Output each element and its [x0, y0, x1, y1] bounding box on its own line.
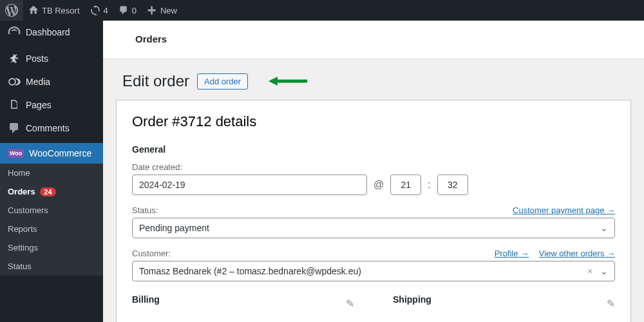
customer-select[interactable]: Tomasz Bednarek (#2 – tomasz.bednarek@wp… [132, 261, 615, 281]
shipping-title: Shipping [393, 294, 431, 305]
chevron-down-icon: ⌄ [600, 266, 608, 276]
view-orders-link[interactable]: View other orders → [539, 249, 615, 258]
pin-icon [8, 52, 21, 65]
sidebar-item-comments[interactable]: Comments [0, 117, 103, 140]
new-label: New [160, 6, 177, 15]
annotation-arrow [269, 75, 314, 88]
chevron-down-icon: ⌄ [600, 223, 608, 233]
page-header: Edit order Add order [103, 59, 644, 100]
orders-count-badge: 24 [40, 187, 55, 196]
payment-page-link[interactable]: Customer payment page → [513, 205, 615, 215]
submenu-home[interactable]: Home [0, 164, 103, 182]
submenu-settings[interactable]: Settings [0, 238, 103, 257]
sidebar-item-dashboard[interactable]: Dashboard [0, 21, 103, 44]
status-select[interactable]: Pending payment ⌄ [132, 218, 615, 238]
order-details-panel: Order #3712 details General Date created… [116, 100, 631, 322]
profile-link[interactable]: Profile → [495, 249, 529, 258]
billing-title: Billing [132, 294, 160, 305]
updates-link[interactable]: 4 [85, 0, 113, 21]
panel-title: Order #3712 details [132, 113, 615, 130]
sidebar-item-posts[interactable]: Posts [0, 47, 103, 70]
status-label: Status: [132, 205, 158, 215]
site-name-link[interactable]: TB Resort [23, 0, 85, 21]
svg-point-0 [9, 79, 15, 85]
date-label: Date created: [132, 162, 615, 172]
date-input[interactable] [132, 175, 367, 195]
add-order-button[interactable]: Add order [197, 73, 248, 90]
submenu-reports[interactable]: Reports [0, 220, 103, 238]
at-symbol: @ [371, 179, 386, 191]
home-icon [28, 5, 39, 15]
sidebar-item-pages[interactable]: Pages [0, 93, 103, 117]
breadcrumb: Orders [103, 21, 644, 59]
customer-label: Customer: [132, 249, 171, 258]
site-name: TB Resort [42, 6, 80, 15]
dashboard-icon [8, 26, 21, 39]
update-icon [90, 5, 100, 15]
comments-count: 0 [132, 6, 137, 15]
woocommerce-submenu: Home Orders 24 Customers Reports Setting… [0, 164, 103, 276]
clear-customer-icon[interactable]: × [587, 266, 592, 276]
comments-icon [8, 122, 21, 135]
minute-input[interactable] [437, 175, 468, 195]
submenu-orders[interactable]: Orders 24 [0, 182, 103, 201]
edit-shipping-icon[interactable]: ✎ [607, 298, 615, 310]
hour-input[interactable] [390, 175, 421, 195]
wp-logo[interactable] [0, 0, 23, 21]
comment-icon [118, 5, 129, 15]
main-content: Orders Edit order Add order Order #3712 … [103, 21, 644, 322]
updates-count: 4 [104, 6, 108, 15]
sidebar-item-woocommerce[interactable]: Woo WooCommerce [0, 143, 103, 164]
submenu-status[interactable]: Status [0, 257, 103, 276]
admin-sidebar: Dashboard Posts Media Pages Comments Woo… [0, 21, 103, 322]
sidebar-item-media[interactable]: Media [0, 70, 103, 93]
new-content-link[interactable]: New [142, 0, 182, 21]
media-icon [8, 75, 21, 88]
plus-icon [147, 5, 157, 15]
edit-billing-icon[interactable]: ✎ [346, 298, 354, 310]
time-colon: : [425, 179, 433, 191]
wordpress-icon [5, 4, 18, 17]
pages-icon [8, 99, 21, 111]
page-title: Edit order [122, 72, 189, 90]
comments-link[interactable]: 0 [113, 0, 142, 21]
submenu-customers[interactable]: Customers [0, 201, 103, 220]
woo-icon: Woo [8, 149, 24, 158]
admin-toolbar: TB Resort 4 0 New [0, 0, 644, 21]
general-section-title: General [132, 144, 615, 155]
